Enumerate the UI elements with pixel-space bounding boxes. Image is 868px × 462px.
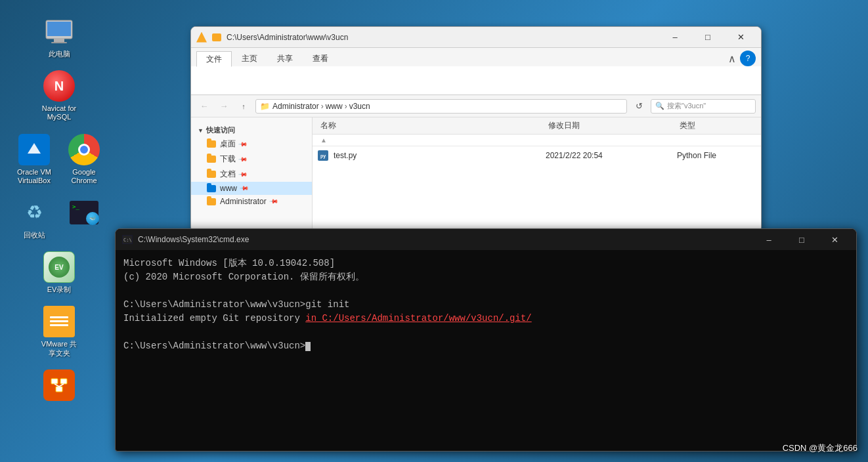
- breadcrumb-folder-icon: 📁: [260, 102, 270, 111]
- breadcrumb-admin[interactable]: Administrator: [272, 102, 319, 111]
- sidebar-downloads[interactable]: 下载 📌: [191, 152, 312, 167]
- cmd-line-1: Microsoft Windows [版本 10.0.19042.508]: [123, 257, 848, 270]
- pin-icon-desktop: 📌: [238, 139, 248, 149]
- cmd-desktop-icon: >_ 🐳: [68, 197, 100, 228]
- maximize-button[interactable]: □: [693, 28, 723, 47]
- vbox-icon: [18, 134, 50, 165]
- svg-rect-7: [50, 316, 68, 318]
- refresh-button[interactable]: ↺: [631, 98, 647, 114]
- titlebar-left: C:\Users\Administrator\www\v3ucn: [196, 32, 348, 43]
- svg-rect-2: [54, 39, 64, 42]
- desktop-icon-chrome[interactable]: Google Chrome: [61, 131, 107, 188]
- git-path-highlight: in C:/Users/Administrator/www/v3ucn/.git…: [305, 313, 531, 324]
- sidebar-desktop[interactable]: 桌面 📌: [191, 136, 312, 152]
- cmd-minimize-button[interactable]: –: [754, 230, 784, 249]
- drawio-icon: [43, 369, 75, 401]
- pin-icon-www: 📌: [240, 184, 250, 194]
- quick-access-section[interactable]: ▼ 快速访问: [191, 123, 312, 136]
- sidebar-panel: ▼ 快速访问 桌面 📌 下载 📌 文档 📌: [191, 117, 313, 229]
- chrome-icon: [68, 134, 100, 165]
- www-folder-icon: [207, 185, 216, 192]
- svg-rect-13: [56, 387, 62, 392]
- file-explorer-window: C:\Users\Administrator\www\v3ucn – □ ✕ 文…: [190, 26, 762, 230]
- vmware-icon-label: VMware 共 享文夹: [41, 340, 77, 357]
- cmd-maximize-button[interactable]: □: [787, 230, 817, 249]
- desktop-folder-icon: [207, 140, 216, 148]
- ribbon-tab-view[interactable]: 查看: [303, 51, 338, 66]
- search-bar[interactable]: 🔍 搜索"v3ucn": [651, 99, 756, 114]
- cmd-line-3: [123, 284, 848, 298]
- forward-button[interactable]: →: [216, 98, 232, 114]
- header-type[interactable]: 类型: [677, 120, 756, 131]
- administrator-label: Administrator: [220, 197, 267, 206]
- cmd-titlebar: C:\ C:\Windows\System32\cmd.exe – □ ✕: [116, 229, 856, 250]
- documents-label: 文档: [220, 169, 236, 180]
- cmd-line-5: Initialized empty Git repository in C:/U…: [123, 312, 848, 326]
- desktop-icon-drawio[interactable]: [33, 367, 85, 406]
- cmd-line-7: C:\Users\Administrator\www\v3ucn>: [123, 339, 848, 353]
- close-button[interactable]: ✕: [726, 28, 756, 47]
- minimize-button[interactable]: –: [660, 28, 690, 47]
- breadcrumb-bar: 📁 Administrator › www › v3ucn: [255, 99, 627, 114]
- cmd-close-button[interactable]: ✕: [819, 230, 850, 249]
- documents-folder-icon: [207, 171, 216, 178]
- breadcrumb-v3ucn[interactable]: v3ucn: [349, 102, 370, 111]
- ev-icon: EV: [43, 251, 75, 283]
- sidebar-administrator[interactable]: Administrator 📌: [191, 195, 312, 208]
- pin-icon-admin: 📌: [269, 197, 279, 207]
- search-placeholder-text: 搜索"v3ucn": [667, 101, 706, 111]
- desktop-icon-cmd[interactable]: >_ 🐳: [61, 194, 107, 242]
- desktop-icon-navicat[interactable]: N Navicat for MySQL: [33, 68, 85, 124]
- file-name-cell: py test.py: [318, 150, 546, 161]
- sidebar-www[interactable]: www 📌: [191, 182, 312, 195]
- up-button[interactable]: ↑: [236, 98, 251, 114]
- desktop-icon-ev[interactable]: EV EV录制: [33, 249, 85, 297]
- file-type: Python File: [677, 151, 756, 160]
- vmware-icon: [43, 306, 75, 337]
- file-name: test.py: [334, 151, 357, 160]
- ev-icon-label: EV录制: [47, 285, 72, 294]
- desktop-icon-pc[interactable]: 此电脑: [33, 13, 85, 61]
- table-row[interactable]: py test.py 2021/2/22 20:54 Python File: [313, 146, 761, 165]
- sidebar-documents[interactable]: 文档 📌: [191, 167, 312, 182]
- downloads-label: 下载: [220, 154, 236, 165]
- file-list-header: 名称 修改日期 类型: [313, 117, 761, 135]
- cmd-title-icon: C:\: [122, 235, 133, 244]
- desktop-icon-recycle[interactable]: ♻ 回收站: [11, 194, 57, 242]
- desktop-icon-virtualbox[interactable]: Oracle VM VirtualBox: [11, 131, 57, 188]
- svg-text:C:\: C:\: [123, 238, 132, 243]
- ribbon-tab-home[interactable]: 主页: [232, 51, 267, 66]
- header-modified[interactable]: 修改日期: [546, 120, 677, 131]
- pin-icon-documents: 📌: [238, 169, 248, 179]
- recycle-icon: ♻: [18, 197, 50, 228]
- help-button[interactable]: ?: [740, 51, 756, 66]
- git-init-text-part1: Initialized empty Git repository: [123, 313, 305, 324]
- recycle-icon-label: 回收站: [24, 231, 45, 240]
- ribbon-tabs: 文件 主页 共享 查看 ∧ ?: [191, 48, 761, 66]
- svg-rect-9: [50, 324, 68, 326]
- ribbon-tab-share[interactable]: 共享: [267, 51, 303, 66]
- window-controls: – □ ✕: [660, 28, 756, 47]
- cmd-cursor: [305, 342, 311, 351]
- search-icon: 🔍: [655, 102, 664, 110]
- header-name[interactable]: 名称: [318, 120, 546, 131]
- cmd-window: C:\ C:\Windows\System32\cmd.exe – □ ✕ Mi…: [115, 228, 857, 452]
- navicat-icon: N: [43, 70, 75, 102]
- pin-icon-downloads: 📌: [238, 154, 248, 164]
- pc-icon-label: 此电脑: [49, 50, 70, 58]
- file-list-panel: 名称 修改日期 类型 ▲ py test.py 2021/2/2: [313, 117, 761, 229]
- ribbon-area: 文件 主页 共享 查看 ∧ ?: [191, 48, 761, 95]
- breadcrumb-www[interactable]: www: [326, 102, 343, 111]
- explorer-body: ▼ 快速访问 桌面 📌 下载 📌 文档 📌: [191, 117, 761, 229]
- cmd-line-2: (c) 2020 Microsoft Corporation. 保留所有权利。: [123, 270, 848, 284]
- desktop: 此电脑 N Navicat for MySQL Oracl: [0, 0, 868, 462]
- ribbon-tab-file[interactable]: 文件: [196, 51, 232, 67]
- admin-folder-icon: [207, 198, 216, 205]
- desktop-icon-vmware[interactable]: VMware 共 享文夹: [33, 303, 85, 360]
- pc-icon: [43, 16, 75, 47]
- back-button[interactable]: ←: [196, 98, 212, 114]
- chrome-icon-label: Google Chrome: [71, 168, 97, 185]
- folder-title-icon: [196, 32, 207, 43]
- ribbon-collapse-button[interactable]: ∧: [724, 52, 740, 65]
- cmd-title-left: C:\ C:\Windows\System32\cmd.exe: [122, 235, 249, 244]
